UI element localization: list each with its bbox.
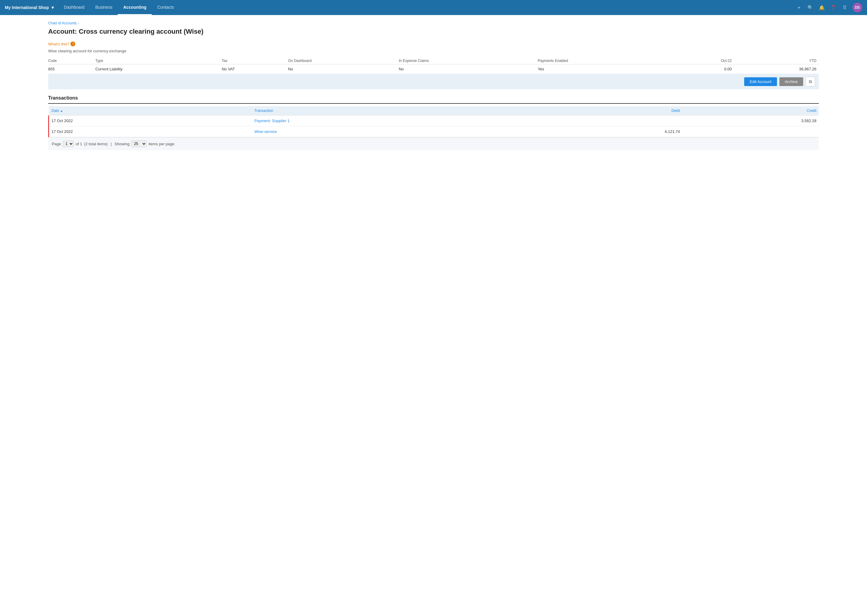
val-payments-enabled: Yes bbox=[538, 64, 677, 74]
col-tax: Tax bbox=[222, 57, 288, 64]
whats-this[interactable]: What's this? ? bbox=[48, 41, 819, 46]
th-transaction: Transaction bbox=[254, 106, 546, 115]
th-debit: Debit bbox=[546, 106, 683, 115]
tx-date-2: 17 Oct 2022 bbox=[49, 126, 255, 137]
pagination-row: Page 1 of 1 (2 total items) | Showing 25… bbox=[48, 137, 819, 150]
breadcrumb-separator: › bbox=[78, 21, 79, 25]
col-code: Code bbox=[48, 57, 95, 64]
page-title: Account: Cross currency clearing account… bbox=[48, 28, 819, 36]
th-date[interactable]: Date bbox=[49, 106, 255, 115]
of-label: of 1 bbox=[76, 141, 82, 146]
whats-this-icon: ? bbox=[71, 41, 75, 46]
whats-this-label: What's this? bbox=[48, 42, 69, 46]
avatar[interactable]: DS bbox=[853, 3, 862, 13]
archive-button[interactable]: Archive bbox=[779, 77, 803, 86]
tx-debit-1 bbox=[546, 115, 683, 126]
col-on-dashboard: On Dashboard bbox=[288, 57, 399, 64]
tx-credit-1: 3,582.28 bbox=[682, 115, 819, 126]
col-oct22: Oct-22 bbox=[678, 57, 734, 64]
breadcrumb-parent[interactable]: Chart of Accounts bbox=[48, 21, 77, 25]
nav-dashboard[interactable]: Dashboard bbox=[58, 0, 90, 15]
val-oct22: 0.00 bbox=[678, 64, 734, 74]
nav-business[interactable]: Business bbox=[90, 0, 118, 15]
val-tax: No VAT bbox=[222, 64, 288, 74]
nav-accounting[interactable]: Accounting bbox=[118, 0, 152, 15]
nav-right: ＋ 🔍 🔔 ❓ ⠿ DS bbox=[795, 3, 862, 13]
val-ytd: 36,967.26 bbox=[734, 64, 819, 74]
items-per-page-label: items per page bbox=[148, 141, 174, 146]
apps-icon[interactable]: ⠿ bbox=[841, 4, 848, 11]
bell-icon[interactable]: 🔔 bbox=[818, 4, 826, 11]
col-type: Type bbox=[95, 57, 222, 64]
tx-credit-2 bbox=[682, 126, 819, 137]
brand-arrow: ▼ bbox=[50, 5, 55, 10]
val-type: Current Liability bbox=[95, 64, 222, 74]
tx-debit-2: 4,121.74 bbox=[546, 126, 683, 137]
table-row: 17 Oct 2022 Wise-service 4,121.74 bbox=[49, 126, 819, 137]
account-table: Code Type Tax On Dashboard In Expense Cl… bbox=[48, 57, 819, 74]
tx-transaction-2: Wise-service bbox=[254, 126, 546, 137]
copy-button[interactable]: ⧉ bbox=[806, 77, 815, 86]
col-in-expense-claims: In Expense Claims bbox=[399, 57, 538, 64]
account-description: Wise clearing account for currency excha… bbox=[48, 49, 819, 53]
transactions-title: Transactions bbox=[48, 95, 819, 104]
breadcrumb: Chart of Accounts › bbox=[48, 21, 819, 25]
transactions-table: Date Transaction Debit Credit 17 Oct 202… bbox=[48, 106, 819, 137]
help-icon[interactable]: ❓ bbox=[830, 4, 837, 11]
val-code: 855 bbox=[48, 64, 95, 74]
nav-contacts[interactable]: Contacts bbox=[152, 0, 179, 15]
col-ytd: YTD bbox=[734, 57, 819, 64]
tx-transaction-1: Payment: Supplier 1 bbox=[254, 115, 546, 126]
val-in-expense-claims: No bbox=[399, 64, 538, 74]
page-label: Page bbox=[52, 141, 61, 146]
th-credit: Credit bbox=[682, 106, 819, 115]
per-page-select[interactable]: 25 50 100 bbox=[131, 140, 147, 147]
edit-account-button[interactable]: Edit Account bbox=[744, 77, 777, 86]
tx-date-1: 17 Oct 2022 bbox=[49, 115, 255, 126]
table-row: 17 Oct 2022 Payment: Supplier 1 3,582.28 bbox=[49, 115, 819, 126]
add-icon[interactable]: ＋ bbox=[795, 4, 802, 11]
brand-dropdown[interactable]: My International Shop ▼ bbox=[5, 5, 58, 10]
total-items: (2 total items) bbox=[84, 141, 108, 146]
nav-links: Dashboard Business Accounting Contacts bbox=[58, 0, 795, 15]
page-content: Chart of Accounts › Account: Cross curre… bbox=[0, 15, 867, 162]
tx-link-1[interactable]: Payment: Supplier 1 bbox=[254, 118, 290, 123]
tx-link-2[interactable]: Wise-service bbox=[254, 129, 277, 134]
pagination-separator: | bbox=[110, 141, 113, 146]
search-icon[interactable]: 🔍 bbox=[807, 4, 814, 11]
showing-label: Showing bbox=[114, 141, 129, 146]
date-sort-label: Date bbox=[52, 108, 63, 113]
col-payments-enabled: Payments Enabled bbox=[538, 57, 677, 64]
page-select[interactable]: 1 bbox=[63, 140, 74, 147]
val-on-dashboard: No bbox=[288, 64, 399, 74]
actions-row: Edit Account Archive ⧉ bbox=[48, 74, 819, 90]
brand-label: My International Shop bbox=[5, 5, 49, 10]
navbar: My International Shop ▼ Dashboard Busine… bbox=[0, 0, 867, 15]
